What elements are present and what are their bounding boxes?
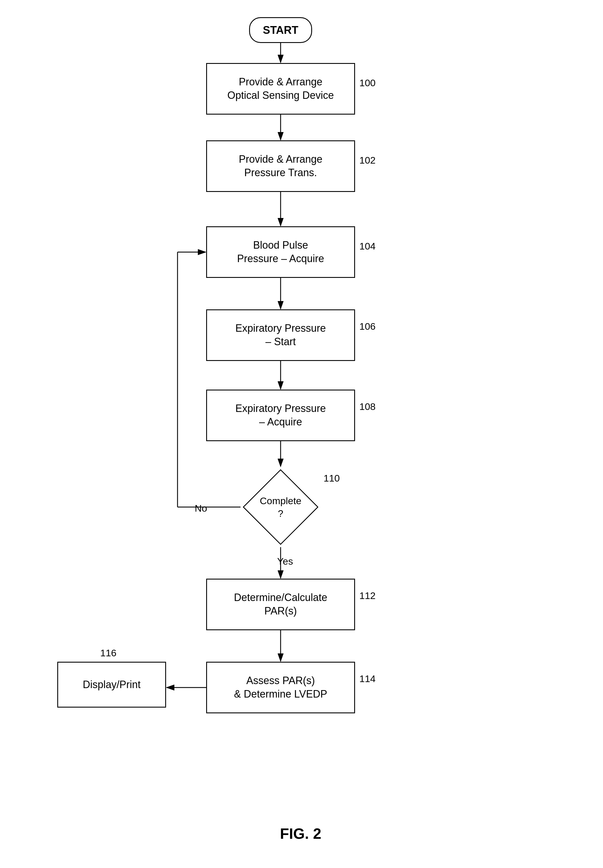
no-label: No <box>195 503 207 514</box>
ref-104: 104 <box>359 241 376 252</box>
ref-110: 110 <box>323 473 340 484</box>
start-label: START <box>263 24 298 36</box>
box-114-label: Assess PAR(s) & Determine LVEDP <box>234 674 327 701</box>
figure-caption: FIG. 2 <box>215 825 387 842</box>
ref-102: 102 <box>359 155 376 166</box>
box-104: Blood Pulse Pressure – Acquire <box>206 226 355 278</box>
diamond-110: Complete ? <box>241 467 321 547</box>
flowchart-diagram: START Provide & Arrange Optical Sensing … <box>0 0 603 868</box>
diamond-110-label: Complete ? <box>260 494 302 520</box>
box-106-label: Expiratory Pressure – Start <box>235 322 326 349</box>
box-106: Expiratory Pressure – Start <box>206 309 355 361</box>
ref-106: 106 <box>359 321 376 332</box>
box-100-label: Provide & Arrange Optical Sensing Device <box>227 75 334 102</box>
ref-100: 100 <box>359 78 376 88</box>
box-116-label: Display/Print <box>83 678 141 691</box>
box-112-label: Determine/Calculate PAR(s) <box>234 591 327 618</box>
ref-116: 116 <box>100 648 116 659</box>
start-node: START <box>249 17 312 43</box>
ref-114: 114 <box>359 673 376 684</box>
box-104-label: Blood Pulse Pressure – Acquire <box>237 239 324 265</box>
box-108: Expiratory Pressure – Acquire <box>206 390 355 441</box>
yes-label: Yes <box>277 556 293 567</box>
ref-112: 112 <box>359 590 376 601</box>
ref-108: 108 <box>359 401 376 412</box>
box-102: Provide & Arrange Pressure Trans. <box>206 140 355 192</box>
box-100: Provide & Arrange Optical Sensing Device <box>206 63 355 115</box>
box-114: Assess PAR(s) & Determine LVEDP <box>206 662 355 713</box>
box-116: Display/Print <box>57 662 166 708</box>
box-102-label: Provide & Arrange Pressure Trans. <box>239 153 322 180</box>
box-112: Determine/Calculate PAR(s) <box>206 579 355 630</box>
box-108-label: Expiratory Pressure – Acquire <box>235 402 326 429</box>
